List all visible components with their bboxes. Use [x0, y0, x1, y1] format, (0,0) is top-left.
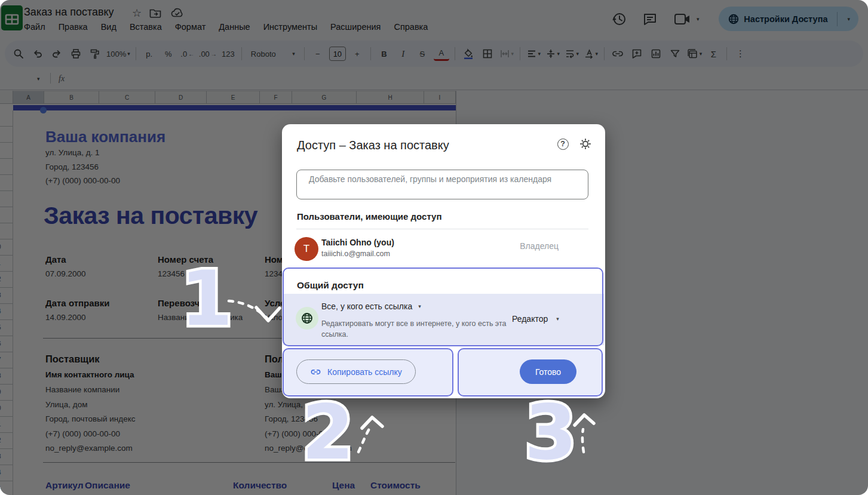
add-people-input[interactable]: Добавьте пользователей, группы и меропри… — [296, 170, 588, 199]
step-3-numeral: 33 — [525, 395, 577, 471]
link-icon — [310, 367, 321, 377]
dialog-title: Доступ – Заказ на поставку — [297, 139, 449, 152]
copy-link-label: Копировать ссылку — [327, 367, 402, 377]
done-label: Готово — [535, 367, 561, 377]
user-role: Владелец — [520, 241, 559, 251]
step-1-numeral: 11 — [180, 262, 233, 337]
settings-gear-icon[interactable] — [576, 135, 594, 153]
people-with-access-header: Пользователи, имеющие доступ — [297, 211, 442, 222]
sheets-window: Заказ на поставку ☆ ФайлПравкаВидВставка… — [0, 0, 868, 495]
user-name: Taiichi Ohno (you) — [321, 238, 394, 247]
share-dialog: Доступ – Заказ на поставку ? Добавьте по… — [282, 124, 605, 398]
done-button[interactable]: Готово — [520, 359, 576, 384]
divider — [296, 229, 588, 229]
help-icon[interactable]: ? — [554, 135, 572, 153]
user-email: taiiichi.o@gmail.com — [321, 250, 390, 258]
step-2-numeral: 22 — [302, 395, 354, 471]
copy-link-button[interactable]: Копировать ссылку — [296, 359, 416, 384]
add-people-placeholder: Добавьте пользователей, группы и меропри… — [309, 174, 551, 184]
avatar: T — [295, 237, 318, 261]
annotation-box-1 — [283, 268, 603, 346]
